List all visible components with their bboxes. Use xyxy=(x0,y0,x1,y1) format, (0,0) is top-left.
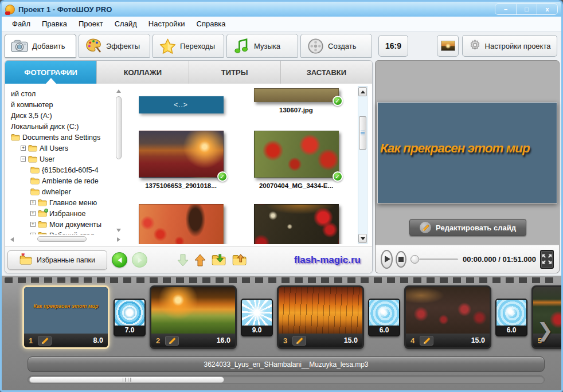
scroll-down-button[interactable] xyxy=(358,234,367,243)
fullscreen-button[interactable] xyxy=(540,250,554,269)
tree-item[interactable]: {615bc16d-60f5-4 xyxy=(9,164,122,175)
tree-scrollbar-thumb[interactable] xyxy=(116,96,122,159)
toolbar-tab-music[interactable]: Музыка xyxy=(226,34,298,58)
tree-item[interactable]: й компьютер xyxy=(9,99,122,110)
slide-edit-button[interactable] xyxy=(165,336,179,346)
timeline-slide-4[interactable]: 4 15.0 xyxy=(404,285,491,349)
timeline-slide-1[interactable]: Как прекрасен этот мир 1 8.0 xyxy=(22,285,110,349)
toolbar-tab-add[interactable]: Добавить xyxy=(5,34,76,58)
tree-item[interactable]: +Избранное xyxy=(9,208,122,219)
open-folder-button[interactable] xyxy=(232,254,247,266)
timeline-transition[interactable]: 6.0 xyxy=(368,299,400,336)
seek-slider[interactable] xyxy=(410,255,458,264)
tree-item[interactable]: −User xyxy=(9,154,122,164)
thumbnail-image[interactable] xyxy=(139,131,224,178)
move-up-button[interactable] xyxy=(194,254,206,266)
timeline-transition[interactable]: 7.0 xyxy=(114,299,146,336)
edit-slide-label: Редактировать слайд xyxy=(436,224,516,232)
edit-slide-button[interactable]: Редактировать слайд xyxy=(409,219,526,236)
move-down-button[interactable] xyxy=(177,254,189,266)
library-tab-photos[interactable]: ФОТОГРАФИИ xyxy=(5,61,97,84)
project-settings-button[interactable]: Настройки проекта xyxy=(462,35,557,57)
tree-expand-toggle[interactable]: + xyxy=(21,146,26,151)
play-button[interactable] xyxy=(381,250,393,269)
toolbar-tab-create[interactable]: Создать xyxy=(300,34,372,58)
folder-icon xyxy=(28,144,37,152)
library-tab-collages[interactable]: КОЛЛАЖИ xyxy=(97,61,189,84)
thumbnail-item[interactable]: ✓ 130607.jpg xyxy=(254,86,339,113)
scroll-up-button[interactable] xyxy=(358,87,367,96)
background-button[interactable] xyxy=(437,35,459,57)
timeline-next-arrow[interactable]: ❯ xyxy=(537,320,554,340)
timeline-slide-3[interactable]: 3 15.0 xyxy=(277,285,364,349)
favorite-folders-label: Избранные папки xyxy=(37,256,95,264)
favorite-folders-button[interactable]: ♥ Избранные папки xyxy=(7,250,107,270)
tree-item[interactable]: +Мои документы xyxy=(9,219,122,230)
tree-expand-toggle[interactable]: + xyxy=(30,222,36,227)
music-track-bar[interactable]: 3624033_Lyus_en_SHambalani__Muzuyka_lesa… xyxy=(28,356,545,372)
tree-item[interactable]: Ambiente de rede xyxy=(9,175,122,186)
toolbar-tab-transitions[interactable]: Переходы xyxy=(153,34,224,58)
tree-item[interactable]: +Главное меню xyxy=(9,197,122,208)
tree-item[interactable]: Documents and Settings xyxy=(9,132,122,143)
timeline-slide-2[interactable]: 2 16.0 xyxy=(150,285,237,349)
transition-thumbnail xyxy=(115,300,144,326)
minimize-button[interactable]: – xyxy=(495,4,516,14)
tree-hscrollbar-thumb[interactable] xyxy=(37,236,87,242)
aspect-ratio-button[interactable]: 16:9 xyxy=(378,35,408,57)
slide-edit-button[interactable] xyxy=(420,336,433,346)
timeline-scrollbar-thumb[interactable] xyxy=(29,377,224,383)
tree-item[interactable]: dwhelper xyxy=(9,186,122,197)
thumbnail-image[interactable] xyxy=(254,131,339,178)
tree-expand-toggle[interactable]: + xyxy=(30,211,36,216)
toolbar-tab-effects[interactable]: Эффекты xyxy=(79,34,150,58)
thumbnail-image[interactable] xyxy=(254,88,339,102)
tree-item[interactable]: Диск 3,5 (A:) xyxy=(9,110,122,121)
menu-item-help[interactable]: Справка xyxy=(191,18,232,30)
stop-button[interactable] xyxy=(396,251,406,268)
tree-vertical-scrollbar[interactable] xyxy=(115,87,122,234)
tree-item[interactable]: ий стол xyxy=(9,88,122,99)
menu-item-edit[interactable]: Правка xyxy=(36,18,73,30)
close-button[interactable]: x xyxy=(537,4,557,14)
timeline-transition[interactable]: 9.0 xyxy=(241,299,273,336)
tree-horizontal-scrollbar[interactable] xyxy=(9,236,122,243)
timeline-transition[interactable]: 6.0 xyxy=(495,299,527,336)
gear-icon xyxy=(469,39,481,53)
thumbnail-item[interactable]: 47934.jpg xyxy=(139,189,224,244)
slide-edit-button[interactable] xyxy=(38,336,52,346)
tree-expand-toggle[interactable]: + xyxy=(30,200,36,205)
tree-item[interactable]: +All Users xyxy=(9,143,122,154)
tree-item[interactable]: +Рабочий стол xyxy=(9,230,122,234)
thumbnail-image[interactable] xyxy=(139,204,224,244)
slide-edit-button[interactable] xyxy=(292,336,306,346)
timeline-scrollbar[interactable] xyxy=(28,375,545,384)
maximize-button[interactable]: □ xyxy=(516,4,537,14)
tree-item-label: All Users xyxy=(40,144,68,152)
add-folder-button[interactable] xyxy=(212,254,226,266)
tree-expand-toggle[interactable]: + xyxy=(30,233,36,234)
menu-item-file[interactable]: Файл xyxy=(6,18,36,30)
up-folder-tile[interactable]: <..> xyxy=(139,96,224,113)
tree-item[interactable]: Локальный диск (C:) xyxy=(9,121,122,132)
folder-icon xyxy=(30,166,40,174)
check-badge-icon: ✓ xyxy=(333,96,343,106)
menu-item-settings[interactable]: Настройки xyxy=(143,18,191,30)
menu-item-project[interactable]: Проект xyxy=(73,18,109,30)
thumbnail-item[interactable]: ✓ 1375106653_2901018... xyxy=(139,113,224,189)
photos-scrollbar[interactable] xyxy=(358,86,367,244)
thumbnail-item[interactable]: ✓ 493460-1920x1200.jpg xyxy=(254,189,339,244)
library-tab-intros[interactable]: ЗАСТАВКИ xyxy=(281,61,372,84)
slide-duration: 8.0 xyxy=(93,336,103,344)
thumbnail-item[interactable]: ✓ 20070404_MG_3434-E... xyxy=(254,113,339,189)
thumbnail-up-folder[interactable]: <..> xyxy=(139,86,224,113)
seek-handle[interactable] xyxy=(410,255,419,264)
back-button[interactable] xyxy=(112,252,127,268)
tree-expand-toggle[interactable]: − xyxy=(21,156,26,162)
library-tab-titles[interactable]: ТИТРЫ xyxy=(189,61,281,84)
menu-bar: ФайлПравкаПроектСлайдНастройкиСправка xyxy=(2,17,561,32)
forward-button[interactable] xyxy=(132,252,147,268)
photos-scrollbar-thumb[interactable] xyxy=(359,116,366,150)
thumbnail-image[interactable] xyxy=(254,204,339,244)
menu-item-slide[interactable]: Слайд xyxy=(109,18,143,30)
